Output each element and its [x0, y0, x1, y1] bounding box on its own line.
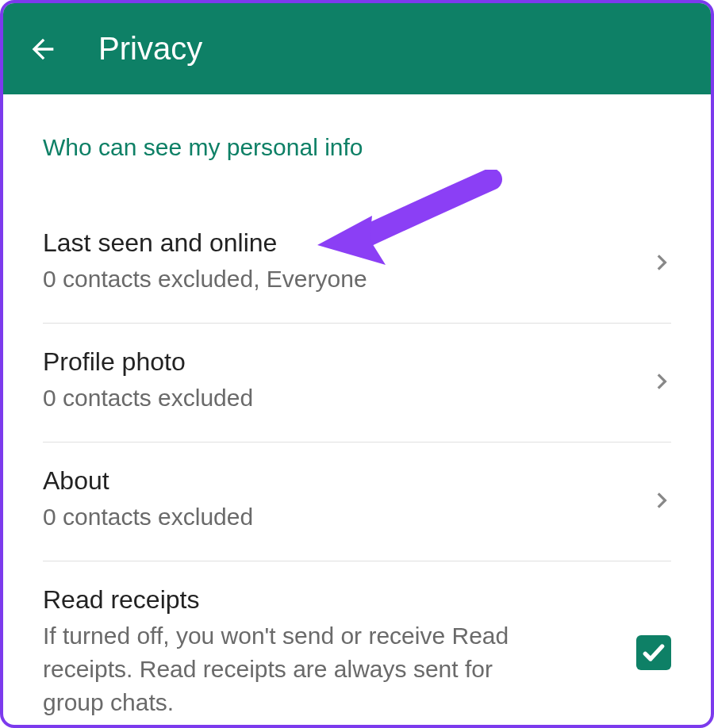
setting-title: Profile photo [43, 347, 635, 377]
app-header: Privacy [3, 3, 711, 94]
setting-about[interactable]: About 0 contacts excluded [43, 443, 671, 561]
setting-title: About [43, 466, 635, 496]
setting-text: About 0 contacts excluded [43, 466, 635, 534]
page-title: Privacy [98, 31, 202, 67]
back-button[interactable] [27, 33, 59, 65]
setting-text: Profile photo 0 contacts excluded [43, 347, 635, 415]
setting-profile-photo[interactable]: Profile photo 0 contacts excluded [43, 324, 671, 443]
setting-subtitle: 0 contacts excluded, Everyone [43, 262, 635, 296]
setting-text: Last seen and online 0 contacts excluded… [43, 228, 635, 296]
chevron-right-icon [651, 371, 671, 392]
setting-subtitle: If turned off, you won't send or receive… [43, 619, 535, 719]
setting-read-receipts[interactable]: Read receipts If turned off, you won't s… [43, 561, 671, 728]
read-receipts-checkbox[interactable] [636, 635, 671, 670]
setting-title: Read receipts [43, 585, 620, 615]
setting-title: Last seen and online [43, 228, 635, 258]
check-icon [641, 640, 666, 665]
chevron-right-icon [651, 252, 671, 273]
arrow-left-icon [27, 33, 59, 65]
chevron-right-icon [651, 490, 671, 511]
section-heading: Who can see my personal info [43, 134, 671, 161]
setting-last-seen[interactable]: Last seen and online 0 contacts excluded… [43, 205, 671, 324]
setting-subtitle: 0 contacts excluded [43, 500, 635, 534]
setting-text: Read receipts If turned off, you won't s… [43, 585, 620, 719]
settings-content: Who can see my personal info Last seen a… [3, 94, 711, 728]
setting-subtitle: 0 contacts excluded [43, 381, 635, 415]
